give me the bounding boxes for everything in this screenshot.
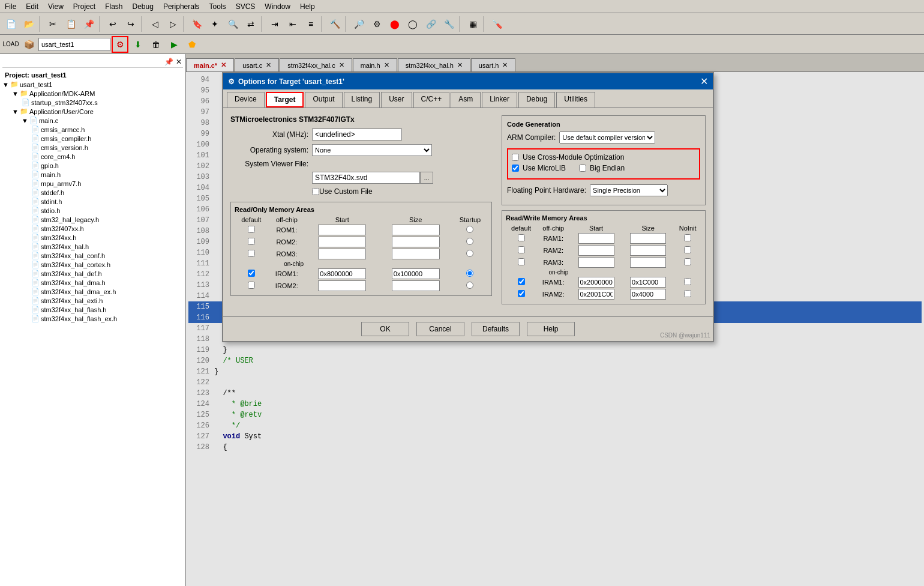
- ram3-default[interactable]: [506, 256, 536, 268]
- iram1-default[interactable]: [506, 276, 536, 288]
- rom3-default-check[interactable]: [248, 250, 255, 257]
- custom-file-checkbox[interactable]: [312, 188, 319, 195]
- iram2-start-input[interactable]: [578, 289, 614, 300]
- ram1-default[interactable]: [506, 232, 536, 244]
- irom1-default[interactable]: [235, 268, 268, 280]
- irom1-start-input[interactable]: [318, 268, 366, 279]
- ram2-default[interactable]: [506, 244, 536, 256]
- menu-flash[interactable]: Flash: [100, 1, 127, 12]
- irom2-default[interactable]: [235, 280, 268, 292]
- list-item[interactable]: 📄stdio.h: [31, 206, 183, 215]
- iram2-default-check[interactable]: [518, 290, 525, 297]
- rom2-start-input[interactable]: [318, 237, 366, 247]
- irom1-size-input[interactable]: [392, 268, 440, 279]
- big-endian-checkbox[interactable]: [579, 165, 586, 172]
- list-item[interactable]: 📄stm32f4xx_hal_def.h: [31, 269, 183, 278]
- tree-group1-label[interactable]: ▼ 📁 Application/MDK-ARM: [12, 89, 183, 98]
- build-button[interactable]: 🔨: [326, 16, 343, 32]
- irom2-start-input[interactable]: [318, 280, 366, 291]
- rom2-startup-radio[interactable]: [466, 238, 473, 245]
- nav-back-button[interactable]: ◁: [146, 16, 163, 32]
- ram2-size-input[interactable]: [630, 245, 666, 256]
- irom1-start[interactable]: [305, 268, 379, 280]
- ram2-start[interactable]: [570, 244, 622, 256]
- stop-button[interactable]: ⬤: [386, 16, 403, 32]
- dtab-device[interactable]: Device: [227, 92, 265, 107]
- rom2-size[interactable]: [379, 236, 452, 248]
- rom1-startup-radio[interactable]: [466, 226, 473, 233]
- rom3-size[interactable]: [379, 248, 452, 260]
- list-item[interactable]: 📄core_cm4.h: [31, 152, 183, 161]
- fp-hw-select[interactable]: Single Precision: [590, 184, 668, 196]
- ram2-default-check[interactable]: [518, 246, 525, 253]
- sidebar-pin-button[interactable]: 📌: [163, 56, 175, 67]
- list-item[interactable]: 📄stm32f4xx_hal_flash_ex.h: [31, 314, 183, 323]
- list-item[interactable]: 📄stm32_hal_legacy.h: [31, 215, 183, 224]
- indent-button[interactable]: ⇥: [266, 16, 283, 32]
- dtab-target[interactable]: Target: [266, 92, 304, 107]
- iram2-size[interactable]: [622, 288, 674, 300]
- ram3-default-check[interactable]: [518, 258, 525, 265]
- iram1-start[interactable]: [570, 276, 622, 288]
- ram1-size[interactable]: [622, 232, 674, 244]
- cross-module-checkbox[interactable]: [512, 154, 519, 161]
- ram1-default-check[interactable]: [518, 234, 525, 241]
- rom3-startup-radio[interactable]: [466, 250, 473, 257]
- redo-button[interactable]: ↪: [122, 16, 139, 32]
- rom3-start[interactable]: [305, 248, 379, 260]
- layout-button[interactable]: ▦: [464, 16, 481, 32]
- open-button[interactable]: 📂: [20, 16, 37, 32]
- list-item[interactable]: 📄stm32f4xx_hal_dma_ex.h: [31, 287, 183, 296]
- irom2-startup-radio[interactable]: [466, 282, 473, 289]
- dtab-debug[interactable]: Debug: [518, 92, 555, 107]
- sidebar-close-button[interactable]: ✕: [175, 56, 183, 67]
- dtab-asm[interactable]: Asm: [451, 92, 481, 107]
- download-button[interactable]: ⬇: [130, 36, 146, 53]
- list-item[interactable]: 📄stm32f4xx_hal_dma.h: [31, 278, 183, 287]
- dtab-utilities[interactable]: Utilities: [556, 92, 595, 107]
- irom1-startup[interactable]: [452, 268, 488, 280]
- irom2-start[interactable]: [305, 280, 379, 292]
- rom1-default[interactable]: [235, 224, 268, 236]
- ram2-size[interactable]: [622, 244, 674, 256]
- ram3-start-input[interactable]: [578, 257, 614, 268]
- tree-root[interactable]: ▼ 📁 usart_test1: [2, 80, 183, 89]
- irom1-size[interactable]: [379, 268, 452, 280]
- stop-debug-button[interactable]: ⬟: [184, 36, 200, 53]
- rom1-startup[interactable]: [452, 224, 488, 236]
- dtab-listing[interactable]: Listing: [344, 92, 380, 107]
- irom2-startup[interactable]: [452, 280, 488, 292]
- arm-compiler-select[interactable]: Use default compiler version 5: [559, 131, 655, 143]
- list-item[interactable]: 📄stm32f4xx_hal_flash.h: [31, 305, 183, 314]
- sysviewer-input[interactable]: [312, 172, 420, 184]
- iram2-noinit-check[interactable]: [684, 290, 691, 297]
- menu-peripherals[interactable]: Peripherals: [158, 1, 205, 12]
- list-item[interactable]: 📄cmsis_compiler.h: [31, 134, 183, 143]
- list-item[interactable]: 📄stm32f4xx_hal_conf.h: [31, 251, 183, 260]
- menu-debug[interactable]: Debug: [128, 1, 158, 12]
- ram3-size[interactable]: [622, 256, 674, 268]
- list-item[interactable]: 📄gpio.h: [31, 161, 183, 170]
- ram2-start-input[interactable]: [578, 245, 614, 256]
- iram1-start-input[interactable]: [578, 277, 614, 288]
- irom2-size-input[interactable]: [392, 280, 440, 291]
- rom2-startup[interactable]: [452, 236, 488, 248]
- find-button[interactable]: 🔍: [224, 16, 241, 32]
- dtab-linker[interactable]: Linker: [482, 92, 517, 107]
- pack-button[interactable]: 📦: [20, 36, 37, 53]
- ram3-size-input[interactable]: [630, 257, 666, 268]
- dtab-cpp[interactable]: C/C++: [413, 92, 450, 107]
- new-file-button[interactable]: 📄: [2, 16, 19, 32]
- link-button[interactable]: 🔗: [422, 16, 439, 32]
- iram1-size-input[interactable]: [630, 277, 666, 288]
- list-item[interactable]: 📄cmsis_armcc.h: [31, 125, 183, 134]
- list-item[interactable]: 📄stm32f4xx_hal_cortex.h: [31, 260, 183, 269]
- list-item[interactable]: ▼ 📄 main.c: [22, 116, 183, 125]
- microlib-checkbox[interactable]: [512, 165, 519, 172]
- iram1-noinit-check[interactable]: [684, 278, 691, 285]
- menu-file[interactable]: File: [0, 1, 21, 12]
- help-button[interactable]: Help: [527, 322, 575, 336]
- sysviewer-browse-button[interactable]: ...: [420, 172, 433, 184]
- wrench-button[interactable]: 🪛: [488, 16, 505, 32]
- rom1-start[interactable]: [305, 224, 379, 236]
